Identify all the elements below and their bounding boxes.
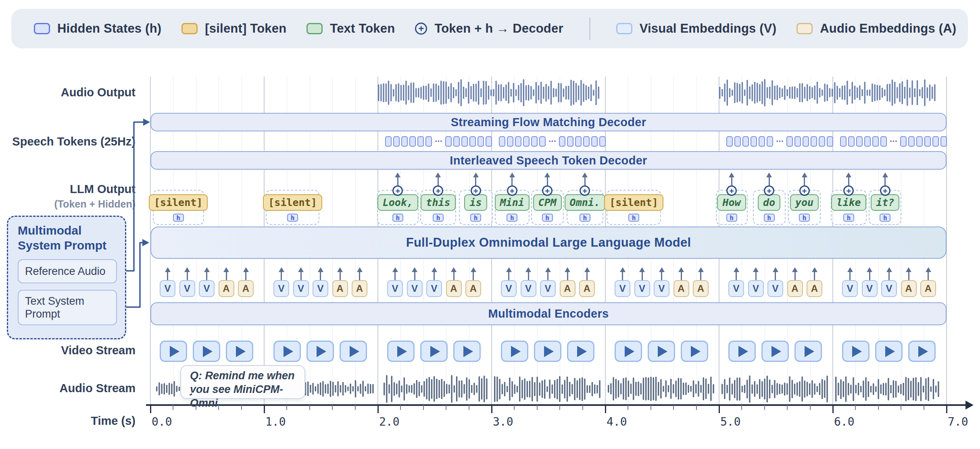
video-frame-chip (794, 341, 822, 362)
speech-token (819, 136, 825, 147)
arrow-stem (849, 272, 851, 280)
embedding-up-arrow-icon (525, 267, 532, 280)
video-frame-chip (453, 341, 481, 362)
arrow-stem (547, 272, 548, 280)
arrow-stem (475, 177, 476, 185)
speech-token (599, 136, 606, 147)
embedding-up-arrow-icon (905, 267, 912, 280)
arrow-stem (755, 272, 757, 280)
arrow-stem (187, 272, 188, 280)
audio-embedding-chip: A (446, 280, 462, 297)
speech-token (900, 136, 907, 147)
speech-token (567, 136, 573, 147)
hidden-state-chip: h (433, 214, 444, 222)
speech-token (827, 136, 833, 147)
play-icon (397, 346, 407, 357)
embedding-up-arrow-icon (659, 267, 665, 280)
arrow-stem (775, 272, 776, 280)
text-token: it? (871, 194, 899, 211)
video-frame-chip (648, 341, 675, 362)
arrow-stem (206, 272, 207, 280)
silent-token: [silent] (604, 194, 663, 211)
bar-label: Full-Duplex Omnimodal Large Language Mod… (406, 235, 691, 250)
speech-token (767, 136, 773, 147)
llm-token-group: [silent]h (607, 190, 661, 225)
speech-token (751, 136, 757, 147)
arrow-stem (397, 177, 398, 185)
plus-decoder-icon: + (392, 185, 403, 196)
speech-token (742, 136, 749, 147)
play-icon (203, 346, 213, 357)
arrow-stem (508, 272, 509, 280)
arrow-stem (804, 177, 805, 185)
embedding-up-arrow-icon (506, 267, 512, 280)
audio-output-waveform (719, 79, 937, 106)
text-token: How (717, 194, 746, 211)
video-frame-chip (273, 341, 301, 362)
arrow-stem (928, 272, 929, 280)
hidden-state-chip: h (580, 214, 590, 222)
silent-token: [silent] (263, 194, 322, 211)
llm-token-group: +Minih (495, 190, 530, 225)
token-to-decoder-arrow-icon (473, 173, 479, 185)
video-frame-chip (226, 341, 253, 362)
speech-token (401, 136, 408, 147)
speech-token (499, 136, 505, 147)
video-frame-chip (193, 341, 220, 362)
text-token: you (790, 194, 819, 211)
speech-token (864, 136, 871, 147)
llm-token-group: +likeh (831, 190, 867, 225)
token-to-decoder-arrow-icon (544, 173, 550, 185)
speech-token (477, 136, 484, 147)
embedding-up-arrow-icon (886, 267, 892, 280)
visual-embedding-chip: V (273, 280, 289, 297)
llm-token-group: +Look,h (377, 190, 419, 225)
audio-output-waveform (378, 79, 600, 106)
axis-minor-tick (673, 405, 674, 410)
embedding-up-arrow-icon (392, 267, 398, 280)
speech-token (803, 136, 809, 147)
video-frame-chip (681, 341, 708, 362)
audio-embedding-chip: A (238, 280, 254, 297)
axis-minor-tick (764, 405, 765, 410)
bar-label: Multimodal Encoders (488, 307, 609, 320)
speech-token (880, 136, 887, 147)
arrow-stem (528, 272, 529, 280)
speech-token (759, 136, 765, 147)
hidden-state-chip: h (764, 214, 775, 222)
audio-embedding-chip: A (901, 280, 917, 297)
play-icon (317, 346, 326, 357)
axis-major-tick (264, 405, 265, 413)
axis-minor-tick (218, 405, 219, 410)
visual-embedding-chip: V (521, 280, 536, 297)
speech-token (916, 136, 923, 147)
speech-token (872, 136, 879, 147)
embedding-up-arrow-icon (278, 267, 285, 280)
embedding-up-arrow-icon (698, 267, 704, 280)
time-axis (146, 404, 967, 406)
speech-token (393, 136, 400, 147)
video-frame-chip (728, 341, 756, 362)
axis-minor-tick (651, 405, 651, 410)
audio-embedding-chip: A (352, 280, 367, 297)
play-icon (918, 346, 928, 357)
video-frame-chip (615, 341, 642, 362)
arrow-stem (586, 272, 588, 280)
visual-embedding-chip: V (160, 280, 175, 297)
visual-embedding-chip: V (179, 280, 195, 297)
token-to-decoder-arrow-icon (395, 173, 400, 185)
axis-tick-label: 4.0 (607, 415, 627, 428)
embedding-up-arrow-icon (811, 267, 818, 280)
token-to-decoder-arrow-icon (729, 173, 734, 185)
play-icon (350, 346, 359, 357)
audio-embedding-chip: A (465, 280, 481, 297)
arrow-stem (511, 177, 513, 185)
axis-tick-label: 7.0 (948, 415, 968, 428)
arrow-stem (567, 272, 568, 280)
arrow-stem (434, 272, 435, 280)
token-to-decoder-arrow-icon (435, 173, 441, 185)
speech-token (794, 136, 801, 147)
axis-tick-label: 6.0 (834, 415, 855, 428)
speech-token (515, 136, 521, 147)
axis-major-tick (605, 405, 606, 413)
